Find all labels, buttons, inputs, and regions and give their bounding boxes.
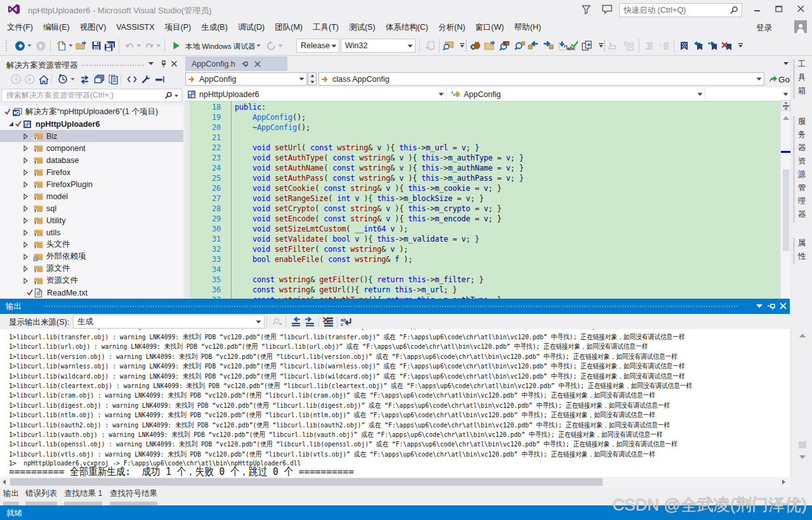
menu-item-9[interactable]: 工具(T) bbox=[308, 19, 344, 36]
toolbar-drag-handle[interactable] bbox=[5, 39, 8, 52]
nav-type-caret-icon[interactable] bbox=[695, 92, 705, 96]
open-file-button[interactable] bbox=[75, 40, 87, 51]
configuration-combo[interactable]: Release bbox=[296, 39, 339, 53]
solution-explorer-header[interactable]: 解决方案资源管理器 bbox=[0, 57, 183, 70]
menu-item-14[interactable]: 帮助(H) bbox=[509, 19, 546, 36]
scroll-down-arrow-icon[interactable] bbox=[799, 455, 806, 460]
autohide-tab-1[interactable]: 工具箱 bbox=[793, 59, 806, 99]
va-scope-combo[interactable]: AppConfig bbox=[185, 72, 307, 86]
scroll-right-arrow-icon[interactable] bbox=[782, 479, 787, 485]
tree-expander-icon[interactable] bbox=[6, 119, 15, 129]
nav-project-caret-icon[interactable] bbox=[436, 92, 446, 96]
tree-expander-icon[interactable] bbox=[20, 276, 30, 286]
scroll-up-arrow-icon[interactable] bbox=[782, 115, 790, 120]
redo-caret-icon[interactable] bbox=[155, 40, 162, 51]
tree-item-readme-txt[interactable]: ReadMe.txt bbox=[0, 287, 183, 299]
bottom-tab-2[interactable]: 错误列表 bbox=[25, 488, 57, 499]
restart-button[interactable] bbox=[265, 40, 277, 51]
nav-member-caret-icon[interactable] bbox=[780, 92, 790, 96]
refactor-button[interactable] bbox=[623, 40, 634, 51]
clear-all-icon[interactable] bbox=[322, 316, 334, 327]
tree-item-component[interactable]: component bbox=[0, 142, 183, 154]
feedback-smiley-icon[interactable] bbox=[601, 4, 613, 15]
restart-caret-icon[interactable] bbox=[277, 40, 284, 51]
menu-item-3[interactable]: 视图(V) bbox=[75, 19, 112, 36]
menu-item-12[interactable]: 分析(N) bbox=[433, 19, 470, 36]
va-navigate-back-button[interactable] bbox=[528, 40, 539, 51]
se-show-code-icon[interactable] bbox=[126, 74, 138, 85]
output-log[interactable]: 1>libcurl.lib(timeval.obj) : warning LNK… bbox=[0, 329, 791, 477]
query-list-button[interactable]: ? bbox=[658, 40, 670, 51]
create-comment-button[interactable] bbox=[607, 40, 619, 51]
menu-item-11[interactable]: 体系结构(C) bbox=[381, 19, 433, 36]
nav-forward-icon[interactable] bbox=[35, 40, 46, 51]
tree-item--nphttpuploader6-1-[interactable]: 解决方案“npHttpUploader6”(1 个项目) bbox=[0, 106, 183, 118]
find-in-files-button[interactable] bbox=[443, 40, 454, 51]
nav-project-combo[interactable]: npHttpUploader6 bbox=[185, 88, 447, 101]
next-bookmark-button[interactable] bbox=[706, 40, 717, 51]
editor-vertical-scrollbar[interactable] bbox=[780, 100, 790, 299]
scrollbar-thumb[interactable] bbox=[783, 169, 789, 251]
menu-item-13[interactable]: 窗口(W) bbox=[470, 19, 509, 36]
sort-lines-button[interactable] bbox=[643, 40, 654, 51]
attach-process-button[interactable] bbox=[424, 40, 436, 51]
va-spin-down-icon[interactable] bbox=[308, 79, 316, 86]
va-open-file-button[interactable] bbox=[484, 40, 495, 51]
bottom-tab-1[interactable]: 输出 bbox=[3, 488, 19, 499]
tab-pin-icon[interactable] bbox=[242, 60, 249, 67]
tree-expander-icon[interactable] bbox=[20, 167, 30, 178]
tree-item--[interactable]: 源文件 bbox=[0, 263, 183, 275]
user-avatar-icon[interactable] bbox=[794, 20, 807, 33]
undo-button[interactable] bbox=[124, 40, 135, 51]
window-minimize-button[interactable] bbox=[747, 0, 768, 18]
tree-item--[interactable]: 头文件 bbox=[0, 238, 183, 250]
va-definition-caret-icon[interactable] bbox=[754, 77, 764, 81]
va-go-button[interactable]: Go bbox=[768, 72, 790, 86]
va-options-button[interactable] bbox=[469, 40, 481, 51]
output-source-caret-icon[interactable] bbox=[252, 320, 264, 324]
nav-member-combo[interactable] bbox=[707, 88, 790, 101]
se-caret-icon[interactable] bbox=[69, 74, 75, 85]
tree-expander-icon[interactable] bbox=[20, 228, 30, 238]
quick-launch-box[interactable]: 快速启动 (Ctrl+Q) bbox=[619, 3, 742, 17]
se-collapse-all-icon[interactable] bbox=[154, 74, 166, 85]
autohide-tab-3[interactable]: 属性 bbox=[793, 238, 806, 264]
tree-expander-icon[interactable] bbox=[20, 216, 30, 226]
menu-item-10[interactable]: 测试(S) bbox=[344, 19, 381, 36]
scrollbar-thumb[interactable] bbox=[799, 441, 806, 448]
bottom-tab-4[interactable]: 查找符号结果 bbox=[110, 488, 157, 499]
va-paste-button[interactable] bbox=[556, 40, 568, 51]
va-spellcheck-button[interactable]: abc bbox=[567, 40, 579, 51]
va-definition-combo[interactable]: class AppConfig bbox=[318, 72, 764, 86]
tree-expander-icon[interactable] bbox=[20, 143, 30, 153]
tree-item-biz[interactable]: Biz bbox=[0, 130, 183, 142]
nav-back-icon[interactable] bbox=[14, 40, 25, 51]
se-properties-wrench-icon[interactable] bbox=[140, 74, 152, 85]
nav-type-combo[interactable]: AppConfig bbox=[448, 88, 705, 101]
menu-item-7[interactable]: 调试(D) bbox=[233, 19, 270, 36]
menu-item-8[interactable]: 团队(M) bbox=[270, 19, 308, 36]
toggle-bookmark-button[interactable] bbox=[678, 40, 690, 51]
tree-expander-icon[interactable] bbox=[20, 240, 30, 250]
tree-item--[interactable]: 资源文件 bbox=[0, 275, 183, 287]
document-tab-appconfig[interactable]: AppConfig.h bbox=[185, 56, 287, 71]
se-preview-icon[interactable] bbox=[107, 74, 119, 85]
scrollbar-thumb[interactable] bbox=[10, 478, 603, 486]
menu-item-4[interactable]: VASSISTX bbox=[111, 20, 159, 35]
toggle-word-wrap-icon[interactable]: abc bbox=[340, 316, 353, 327]
menu-item-2[interactable]: 编辑(E) bbox=[38, 19, 75, 36]
save-all-button[interactable] bbox=[104, 40, 115, 51]
va-spin-up-icon[interactable] bbox=[308, 73, 316, 79]
platform-combo-caret-icon[interactable] bbox=[405, 44, 415, 48]
toolbar-drag-handle[interactable] bbox=[603, 39, 606, 52]
redo-button[interactable] bbox=[143, 40, 155, 51]
va-navigate-forward-button[interactable] bbox=[542, 40, 554, 51]
quick-launch-search-icon[interactable] bbox=[730, 6, 742, 15]
tree-expander-icon[interactable] bbox=[20, 252, 30, 262]
previous-message-icon[interactable] bbox=[289, 316, 302, 327]
scroll-left-arrow-icon[interactable] bbox=[1, 479, 6, 485]
tree-expander-icon[interactable] bbox=[20, 131, 30, 141]
se-pending-changes-filter-icon[interactable] bbox=[57, 74, 69, 85]
tree-expander-icon[interactable] bbox=[20, 204, 30, 214]
new-file-caret-icon[interactable] bbox=[67, 40, 74, 51]
